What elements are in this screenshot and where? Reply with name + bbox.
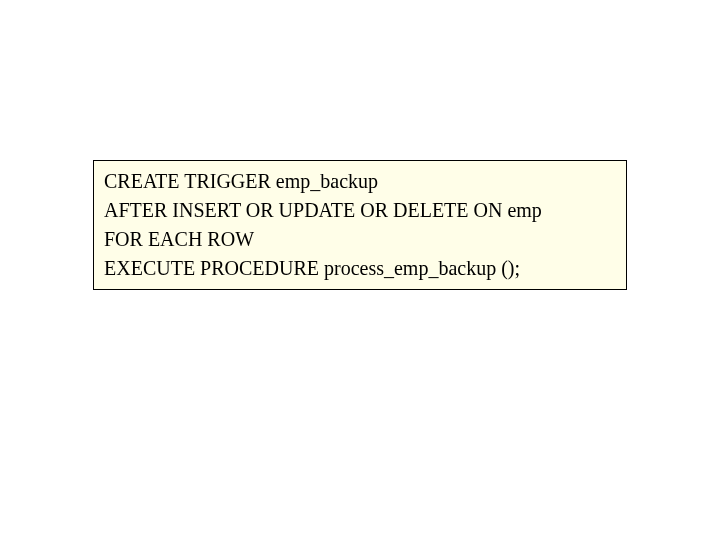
code-line-2: AFTER INSERT OR UPDATE OR DELETE ON emp — [104, 196, 616, 225]
code-line-3: FOR EACH ROW — [104, 225, 616, 254]
code-line-4: EXECUTE PROCEDURE process_emp_backup (); — [104, 254, 616, 283]
code-line-1: CREATE TRIGGER emp_backup — [104, 167, 616, 196]
sql-code-box: CREATE TRIGGER emp_backup AFTER INSERT O… — [93, 160, 627, 290]
